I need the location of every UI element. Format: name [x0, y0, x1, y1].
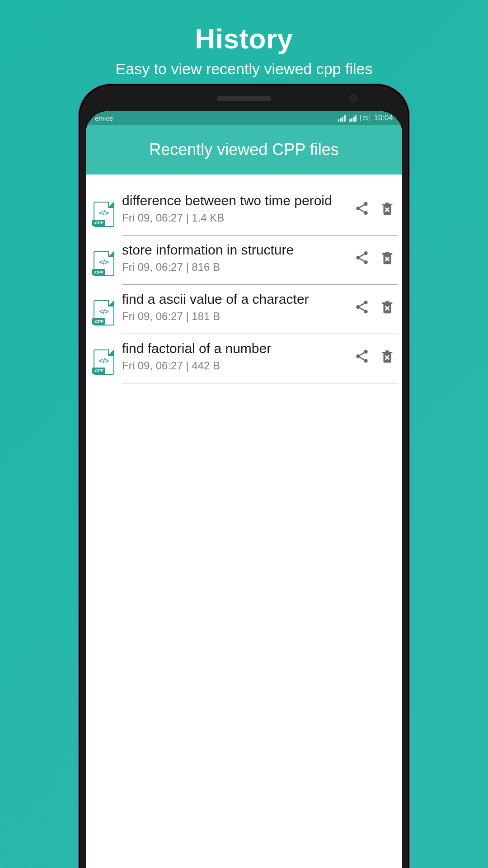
signal-icon: [349, 115, 357, 122]
svg-point-10: [356, 354, 360, 359]
cpp-file-icon: </> .CPP: [92, 300, 116, 326]
share-button[interactable]: [354, 299, 370, 315]
phone-camera: [350, 95, 357, 102]
status-time: 10:04: [374, 113, 393, 123]
battery-level: 75: [362, 115, 368, 121]
svg-point-7: [356, 305, 360, 309]
file-title: difference between two time peroid: [122, 193, 350, 209]
battery-icon: 75: [360, 115, 370, 121]
file-title: find factorial of a number: [122, 340, 350, 357]
share-icon: [354, 349, 370, 364]
svg-point-0: [364, 202, 368, 206]
trash-icon: [380, 201, 395, 216]
svg-point-11: [364, 359, 368, 363]
app-bar-title: Recently viewed CPP files: [149, 140, 339, 159]
status-right-cluster: 75 10:04: [338, 113, 393, 123]
file-icon-code-glyph: </>: [94, 307, 114, 315]
svg-point-3: [364, 251, 368, 255]
file-title: find a ascii value of a character: [122, 291, 350, 307]
share-button[interactable]: [354, 349, 370, 364]
promo-subtitle: Easy to view recently viewed cpp files: [0, 60, 488, 78]
file-list: </> .CPP difference between two time per…: [86, 175, 402, 383]
svg-point-1: [356, 207, 360, 211]
file-title: store information in structure: [122, 242, 350, 258]
phone-frame: ervice 75 10:04 Recently viewed CPP file…: [79, 84, 409, 868]
file-icon-ext-label: .CPP: [92, 220, 105, 226]
share-button[interactable]: [354, 201, 370, 216]
delete-button[interactable]: [380, 349, 395, 364]
promo-title: History: [0, 23, 488, 55]
trash-icon: [380, 250, 395, 265]
list-item-text: difference between two time peroid Fri 0…: [122, 193, 350, 224]
file-icon-ext-label: .CPP: [92, 318, 105, 325]
trash-icon: [380, 299, 395, 315]
file-icon-ext-label: .CPP: [92, 269, 105, 275]
list-item[interactable]: </> .CPP difference between two time per…: [86, 186, 402, 236]
svg-point-9: [364, 350, 368, 354]
list-item[interactable]: </> .CPP store information in structure …: [86, 236, 402, 285]
app-bar: Recently viewed CPP files: [86, 125, 402, 175]
svg-point-4: [356, 256, 360, 260]
phone-notch: [185, 96, 303, 101]
trash-icon: [380, 349, 395, 364]
file-meta: Fri 09, 06:27 | 442 B: [122, 359, 350, 372]
share-icon: [354, 201, 370, 216]
list-item-text: find a ascii value of a character Fri 09…: [122, 291, 350, 323]
svg-point-5: [364, 260, 368, 264]
share-icon: [354, 250, 370, 265]
signal-icon: [338, 115, 346, 122]
file-meta: Fri 09, 06:27 | 181 B: [122, 310, 350, 323]
file-icon-ext-label: .CPP: [92, 368, 105, 374]
file-meta: Fri 09, 06:27 | 816 B: [122, 261, 350, 274]
list-item-text: find factorial of a number Fri 09, 06:27…: [122, 340, 350, 372]
svg-point-8: [364, 310, 368, 314]
file-icon-code-glyph: </>: [94, 209, 114, 217]
list-item-text: store information in structure Fri 09, 0…: [122, 242, 350, 274]
status-left-text: ervice: [95, 114, 113, 122]
delete-button[interactable]: [380, 299, 395, 315]
svg-point-2: [364, 211, 368, 215]
list-item[interactable]: </> .CPP find a ascii value of a charact…: [86, 285, 402, 334]
phone-speaker: [217, 96, 271, 101]
phone-screen: ervice 75 10:04 Recently viewed CPP file…: [86, 111, 402, 868]
file-meta: Fri 09, 06:27 | 1.4 KB: [122, 212, 350, 224]
share-button[interactable]: [354, 250, 370, 265]
list-item[interactable]: </> .CPP find factorial of a number Fri …: [86, 334, 402, 383]
cpp-file-icon: </> .CPP: [92, 202, 116, 227]
share-icon: [354, 299, 370, 315]
delete-button[interactable]: [380, 201, 395, 216]
svg-point-6: [364, 301, 368, 305]
file-icon-code-glyph: </>: [94, 357, 114, 364]
cpp-file-icon: </> .CPP: [92, 349, 116, 375]
file-icon-code-glyph: </>: [94, 258, 114, 266]
cpp-file-icon: </> .CPP: [92, 251, 116, 276]
android-status-bar: ervice 75 10:04: [86, 111, 402, 125]
promo-header: History Easy to view recently viewed cpp…: [0, 0, 488, 78]
delete-button[interactable]: [380, 250, 395, 265]
